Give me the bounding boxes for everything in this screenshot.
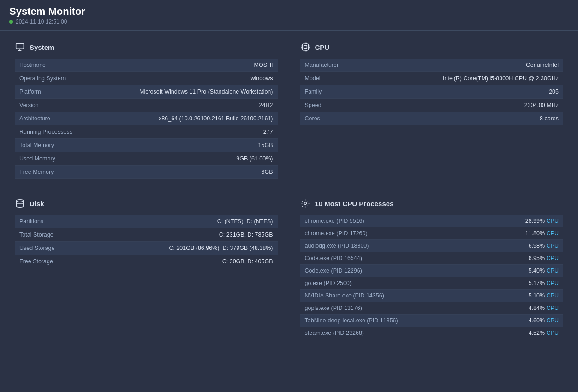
process-row: Code.exe (PID 12296) 5.40% CPU xyxy=(300,265,564,277)
process-row: TabNine-deep-local.exe (PID 11356) 4.60%… xyxy=(300,315,564,327)
cpu-panel-header: CPU xyxy=(300,42,564,52)
system-info-table: Hostname MOSHI Operating System windows … xyxy=(15,59,278,179)
cpu-processes-header: 10 Most CPU Processes xyxy=(300,198,564,208)
system-row-value: 9GB (61.00%) xyxy=(236,155,273,162)
system-info-row: Hostname MOSHI xyxy=(15,59,278,72)
process-name: Code.exe (PID 16544) xyxy=(305,255,362,261)
process-value: 6.98% CPU xyxy=(529,243,559,249)
cpu-info-row: Family 205 xyxy=(300,85,564,99)
cpu-row-value: 8 cores xyxy=(540,115,559,122)
system-info-row: Platform Microsoft Windows 11 Pro (Stand… xyxy=(15,85,278,99)
cpu-row-value: Intel(R) Core(TM) i5-8300H CPU @ 2.30GHz xyxy=(443,75,559,82)
svg-rect-0 xyxy=(16,44,24,49)
process-value: 5.40% CPU xyxy=(529,267,559,274)
cpu-row-value: GenuineIntel xyxy=(526,62,559,68)
cpu-info-row: Speed 2304.00 MHz xyxy=(300,99,564,112)
process-row: chrome.exe (PID 17260) 11.80% CPU xyxy=(300,227,564,240)
cpu-row-value: 2304.00 MHz xyxy=(524,102,559,108)
disk-info-row: Total Storage C: 231GB, D: 785GB xyxy=(15,228,278,242)
disk-icon xyxy=(15,198,25,208)
system-row-label: Architecture xyxy=(19,115,50,122)
system-panel: System Hostname MOSHI Operating System w… xyxy=(9,38,289,183)
system-row-label: Platform xyxy=(19,89,41,95)
process-value: 11.80% CPU xyxy=(525,230,559,237)
cpu-row-label: Speed xyxy=(305,102,322,108)
system-info-row: Used Memory 9GB (61.00%) xyxy=(15,152,278,166)
process-row: audiodg.exe (PID 18800) 6.98% CPU xyxy=(300,240,564,252)
system-row-value: x86_64 (10.0.26100.2161 Build 26100.2161… xyxy=(159,115,273,122)
process-name: Code.exe (PID 12296) xyxy=(305,267,362,274)
process-value: 4.84% CPU xyxy=(529,305,559,311)
process-name: TabNine-deep-local.exe (PID 11356) xyxy=(305,317,398,324)
system-row-value: Microsoft Windows 11 Pro (Standalone Wor… xyxy=(139,89,273,95)
cpu-row-label: Model xyxy=(305,75,321,82)
process-name: steam.exe (PID 23268) xyxy=(305,330,364,336)
system-row-label: Hostname xyxy=(19,62,46,68)
process-value: 5.17% CPU xyxy=(529,280,559,286)
cpu-processes-panel: 10 Most CPU Processes chrome.exe (PID 55… xyxy=(289,195,569,343)
cpu-info-table: Manufacturer GenuineIntel Model Intel(R)… xyxy=(300,59,564,125)
disk-panel-header: Disk xyxy=(15,198,278,208)
process-row: steam.exe (PID 23268) 4.52% CPU xyxy=(300,327,564,339)
system-panel-header: System xyxy=(15,42,278,52)
system-row-value: 277 xyxy=(263,129,273,135)
timestamp-text: 2024-11-10 12:51:00 xyxy=(16,18,67,25)
cpu-row-label: Family xyxy=(305,89,322,95)
process-value: 28.99% CPU xyxy=(525,218,559,224)
system-row-value: MOSHI xyxy=(254,62,273,68)
cpu-processes-table: chrome.exe (PID 5516) 28.99% CPU chrome.… xyxy=(300,215,564,339)
system-info-row: Version 24H2 xyxy=(15,99,278,112)
process-name: chrome.exe (PID 5516) xyxy=(305,218,364,224)
cpu-panel: CPU Manufacturer GenuineIntel Model Inte… xyxy=(289,38,569,183)
cpu-section-label: CPU xyxy=(315,43,330,51)
disk-info-row: Partitions C: (NTFS), D: (NTFS) xyxy=(15,215,278,228)
system-row-label: Used Memory xyxy=(19,155,55,162)
process-value: 4.60% CPU xyxy=(529,317,559,324)
bottom-grid: Disk Partitions C: (NTFS), D: (NTFS) Tot… xyxy=(0,190,578,350)
disk-section-label: Disk xyxy=(30,200,44,208)
process-name: gopls.exe (PID 13176) xyxy=(305,305,362,311)
top-grid: System Hostname MOSHI Operating System w… xyxy=(0,31,578,190)
system-info-row: Running Processess 277 xyxy=(15,125,278,139)
disk-row-label: Total Storage xyxy=(19,232,54,238)
process-name: NVIDIA Share.exe (PID 14356) xyxy=(305,292,384,299)
disk-info-table: Partitions C: (NTFS), D: (NTFS) Total St… xyxy=(15,215,278,268)
process-row: go.exe (PID 2500) 5.17% CPU xyxy=(300,277,564,290)
cpu-row-label: Cores xyxy=(305,115,320,122)
system-row-label: Free Memory xyxy=(19,169,54,175)
cpu-row-label: Manufacturer xyxy=(305,62,339,68)
svg-point-17 xyxy=(17,200,24,202)
system-row-value: 24H2 xyxy=(259,102,273,108)
process-row: NVIDIA Share.exe (PID 14356) 5.10% CPU xyxy=(300,290,564,302)
status-dot xyxy=(9,20,13,24)
system-row-label: Version xyxy=(19,102,39,108)
cpu-info-row: Model Intel(R) Core(TM) i5-8300H CPU @ 2… xyxy=(300,72,564,85)
process-name: audiodg.exe (PID 18800) xyxy=(305,243,369,249)
process-value: 4.52% CPU xyxy=(529,330,559,336)
process-row: gopls.exe (PID 13176) 4.84% CPU xyxy=(300,302,564,315)
disk-row-label: Used Storage xyxy=(19,245,54,251)
process-row: Code.exe (PID 16544) 6.95% CPU xyxy=(300,252,564,265)
system-section-label: System xyxy=(30,43,54,51)
process-row: chrome.exe (PID 5516) 28.99% CPU xyxy=(300,215,564,227)
system-row-value: 6GB xyxy=(261,169,273,175)
disk-row-value: C: (NTFS), D: (NTFS) xyxy=(217,218,273,225)
cpu-processes-label: 10 Most CPU Processes xyxy=(315,200,394,208)
process-name: go.exe (PID 2500) xyxy=(305,280,352,286)
app-title: System Monitor xyxy=(9,6,569,18)
disk-row-value: C: 30GB, D: 405GB xyxy=(222,258,273,265)
cpu-row-value: 205 xyxy=(549,89,559,95)
processes-icon xyxy=(300,198,310,208)
system-info-row: Free Memory 6GB xyxy=(15,166,278,179)
system-icon xyxy=(15,42,25,52)
process-value: 5.10% CPU xyxy=(529,292,559,299)
disk-row-label: Free Storage xyxy=(19,258,53,265)
svg-rect-3 xyxy=(302,44,308,50)
cpu-info-row: Manufacturer GenuineIntel xyxy=(300,59,564,72)
disk-info-row: Free Storage C: 30GB, D: 405GB xyxy=(15,255,278,268)
system-info-row: Total Memory 15GB xyxy=(15,139,278,152)
process-value: 6.95% CPU xyxy=(529,255,559,261)
system-info-row: Operating System windows xyxy=(15,72,278,85)
disk-info-row: Used Storage C: 201GB (86.96%), D: 379GB… xyxy=(15,242,278,255)
process-name: chrome.exe (PID 17260) xyxy=(305,230,368,237)
